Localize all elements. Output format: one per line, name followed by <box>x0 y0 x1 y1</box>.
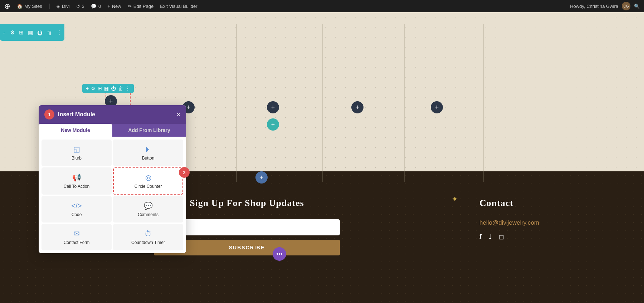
module-item-code[interactable]: </> Code <box>42 196 112 223</box>
toolbar-clone-icon[interactable]: ⊞ <box>19 29 24 36</box>
module-toolbar: + ⚙ ⊞ ▦ ⏻ 🗑 ⋮ <box>0 24 64 41</box>
row-settings-icon[interactable]: ⚙ <box>91 85 96 91</box>
tiktok-icon[interactable]: ♩ <box>489 233 492 241</box>
toolbar-add-icon[interactable]: + <box>3 30 6 36</box>
exit-builder-link[interactable]: Exit Visual Builder <box>160 4 197 9</box>
button-icon: ⏵ <box>145 145 152 153</box>
admin-user-info: Howdy, Christina Gwira CG 🔍 <box>570 2 640 10</box>
circle-counter-icon: ◎ <box>145 173 151 182</box>
dialog-close-button[interactable]: × <box>176 111 180 118</box>
toolbar-grid-icon[interactable]: ▦ <box>28 29 33 36</box>
email-input[interactable] <box>160 224 333 230</box>
module-grid: ◱ Blurb ⏵ Button 📢 Call To Action ◎ Circ… <box>39 137 186 253</box>
comments-icon: 💬 <box>91 4 97 9</box>
row-more-icon[interactable]: ⋮ <box>125 85 130 91</box>
v-line-4 <box>483 24 484 182</box>
button-label: Button <box>142 156 155 161</box>
v-line-3 <box>404 24 405 182</box>
circle-counter-label: Circle Counter <box>135 184 162 189</box>
contact-title: Contact <box>479 198 513 209</box>
countdown-timer-label: Countdown Timer <box>131 240 165 245</box>
blurb-icon: ◱ <box>73 145 80 153</box>
call-to-action-icon: 📢 <box>72 173 81 182</box>
comments-label: Comments <box>138 212 158 217</box>
toolbar-settings-icon[interactable]: ⚙ <box>10 29 15 36</box>
revisions-link[interactable]: ↺ 3 <box>76 4 84 9</box>
countdown-timer-icon: ⏱ <box>145 230 152 238</box>
row-add-icon[interactable]: + <box>86 85 89 91</box>
module-item-call-to-action[interactable]: 📢 Call To Action <box>42 167 112 195</box>
contact-email[interactable]: hello@divijewelry.com <box>479 219 539 226</box>
avatar: CG <box>622 2 630 10</box>
comments-icon: 💬 <box>144 201 153 210</box>
call-to-action-label: Call To Action <box>64 184 90 189</box>
plus-btn-4[interactable]: + <box>431 101 443 113</box>
my-sites-link[interactable]: 🏠 My Sites <box>17 4 42 9</box>
row-power-icon[interactable]: ⏻ <box>111 85 116 91</box>
main-area: + ⚙ ⊞ ▦ ⏻ 🗑 ⋮ + ⚙ ⊞ ▦ ⏻ 🗑 ⋮ + + + + + + … <box>0 12 644 303</box>
signup-title: Sign Up For Shop Updates <box>190 198 304 209</box>
module-item-circle-counter[interactable]: ◎ Circle Counter <box>113 167 183 195</box>
divi-link[interactable]: ◈ Divi <box>57 4 70 9</box>
step1-badge: 1 <box>44 109 54 119</box>
tab-new-module[interactable]: New Module <box>39 124 112 137</box>
contact-form-label: Contact Form <box>64 240 90 245</box>
code-icon: </> <box>72 202 82 210</box>
facebook-icon[interactable]: 𝐟 <box>479 233 482 241</box>
plus-btn-teal[interactable]: + <box>267 118 279 131</box>
code-label: Code <box>72 212 82 217</box>
social-links: 𝐟 ♩ ◻ <box>479 233 504 241</box>
tab-add-from-library[interactable]: Add From Library <box>112 124 186 137</box>
new-link[interactable]: + New <box>107 4 121 9</box>
plus-btn-3[interactable]: + <box>351 101 364 113</box>
row-clone-icon[interactable]: ⊞ <box>98 85 102 91</box>
revisions-icon: ↺ <box>76 4 80 9</box>
module-item-button[interactable]: ⏵ Button <box>113 140 183 166</box>
pencil-icon: ✏ <box>128 4 132 9</box>
module-item-contact-form[interactable]: ✉ Contact Form <box>42 224 112 250</box>
comments-link[interactable]: 💬 0 <box>91 4 101 9</box>
step2-badge: 2 <box>179 167 190 178</box>
wordpress-logo[interactable]: ⊕ <box>4 2 10 10</box>
plus-icon: + <box>107 4 110 9</box>
module-item-comments[interactable]: 💬 Comments <box>113 196 183 223</box>
dialog-title: Insert Module <box>58 111 95 118</box>
plus-btn-2[interactable]: + <box>267 101 279 113</box>
row-grid-icon[interactable]: ▦ <box>104 85 109 91</box>
divi-icon: ◈ <box>57 4 60 9</box>
row-toolbar: + ⚙ ⊞ ▦ ⏻ 🗑 ⋮ <box>82 84 134 93</box>
toolbar-power-icon[interactable]: ⏻ <box>37 30 43 36</box>
row-delete-icon[interactable]: 🗑 <box>118 85 123 91</box>
search-icon[interactable]: 🔍 <box>634 4 640 9</box>
toolbar-delete-icon[interactable]: 🗑 <box>47 30 52 36</box>
contact-form-icon: ✉ <box>74 229 80 238</box>
module-item-blurb[interactable]: ◱ Blurb <box>42 140 112 166</box>
home-icon: 🏠 <box>17 4 23 9</box>
dialog-header: 1 Insert Module × <box>39 105 186 124</box>
module-item-countdown-timer[interactable]: ⏱ Countdown Timer <box>113 224 183 250</box>
footer-contact-section: Contact hello@divijewelry.com 𝐟 ♩ ◻ <box>465 198 615 241</box>
insert-module-dialog: 1 Insert Module × New Module Add From Li… <box>39 105 186 253</box>
edit-page-link[interactable]: ✏ Edit Page <box>128 4 153 9</box>
blurb-label: Blurb <box>72 156 82 161</box>
v-line-2 <box>322 24 323 182</box>
plus-btn-blue[interactable]: + <box>255 171 268 184</box>
toolbar-more-icon[interactable]: ⋮ <box>57 29 62 36</box>
dialog-tabs: New Module Add From Library <box>39 124 186 137</box>
admin-bar: ⊕ 🏠 My Sites | ◈ Divi ↺ 3 💬 0 + New ✏ Ed… <box>0 0 644 12</box>
instagram-icon[interactable]: ◻ <box>499 233 504 241</box>
v-line-1 <box>236 24 237 182</box>
floating-dots-button[interactable]: ••• <box>273 247 286 261</box>
